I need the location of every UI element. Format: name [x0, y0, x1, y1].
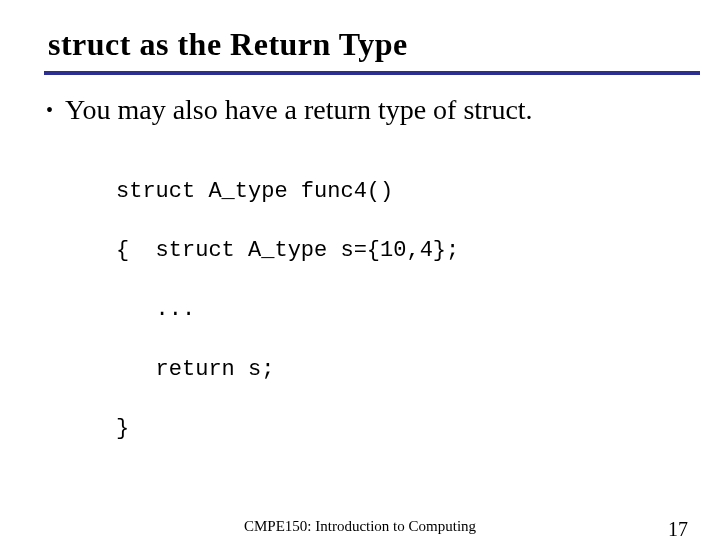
code-line: return s; [116, 355, 676, 385]
page-number: 17 [668, 518, 688, 540]
code-line: { struct A_type s={10,4}; [116, 236, 676, 266]
code-line: struct A_type func4() [116, 177, 676, 207]
code-line: } [116, 414, 676, 444]
bullet-dot-icon: • [44, 91, 53, 129]
bullet-item: • You may also have a return type of str… [44, 91, 676, 129]
code-line: ... [116, 295, 676, 325]
slide-body: • You may also have a return type of str… [0, 75, 720, 503]
footer-center-text: CMPE150: Introduction to Computing [244, 518, 476, 535]
slide-title: struct as the Return Type [0, 20, 720, 69]
slide: struct as the Return Type • You may also… [0, 0, 720, 540]
bullet-text: You may also have a return type of struc… [65, 91, 676, 129]
code-block: struct A_type func4() { struct A_type s=… [116, 147, 676, 503]
